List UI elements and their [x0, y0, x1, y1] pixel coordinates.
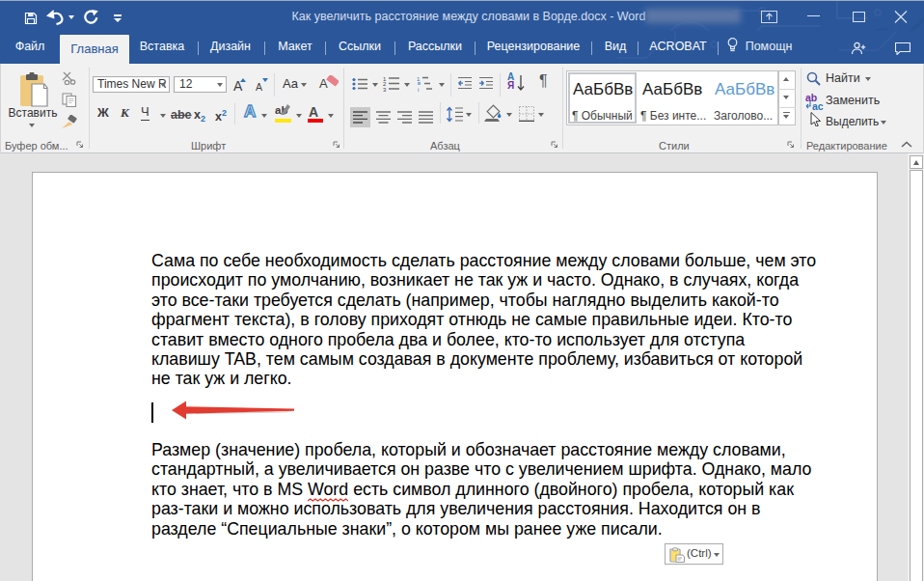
- svg-text:1: 1: [417, 76, 421, 82]
- svg-text:i: i: [418, 87, 419, 93]
- svg-text:3: 3: [383, 87, 387, 93]
